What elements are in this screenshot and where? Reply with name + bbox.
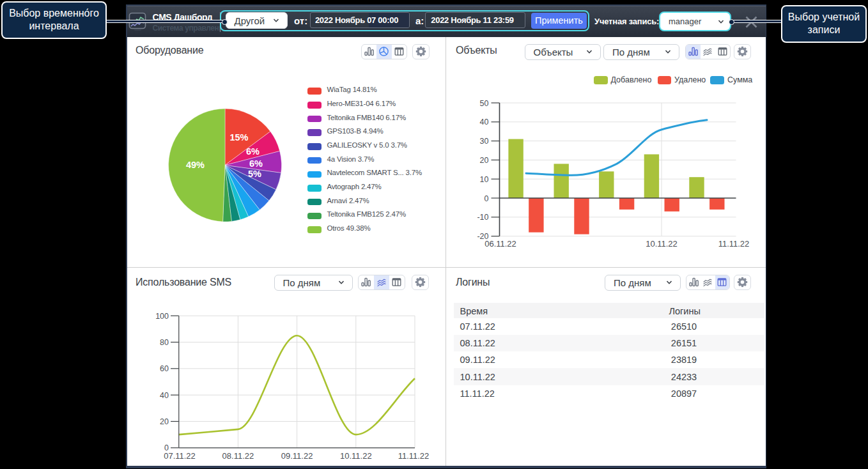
svg-text:10.11.22: 10.11.22 <box>340 451 372 461</box>
svg-text:-10: -10 <box>477 213 488 222</box>
svg-text:20: 20 <box>160 417 169 426</box>
svg-text:11.11.22: 11.11.22 <box>718 239 750 249</box>
svg-text:06.11.22: 06.11.22 <box>484 239 516 249</box>
svg-text:10.11.22: 10.11.22 <box>646 239 678 249</box>
svg-text:100: 100 <box>155 312 169 321</box>
svg-text:50: 50 <box>480 99 489 108</box>
svg-text:11.11.22: 11.11.22 <box>398 451 430 461</box>
svg-text:40: 40 <box>160 391 169 400</box>
svg-text:80: 80 <box>160 338 169 347</box>
svg-text:20: 20 <box>480 156 489 165</box>
svg-text:07.11.22: 07.11.22 <box>164 451 196 461</box>
svg-text:0: 0 <box>484 194 489 203</box>
svg-text:6%: 6% <box>249 158 263 169</box>
svg-text:08.11.22: 08.11.22 <box>222 451 254 461</box>
svg-text:09.11.22: 09.11.22 <box>281 451 313 461</box>
svg-text:15%: 15% <box>229 132 248 142</box>
svg-text:6%: 6% <box>246 146 260 156</box>
svg-text:5%: 5% <box>248 169 261 179</box>
svg-text:10: 10 <box>480 175 489 184</box>
svg-text:60: 60 <box>160 364 169 373</box>
svg-text:40: 40 <box>480 118 489 127</box>
svg-text:30: 30 <box>480 137 489 146</box>
svg-text:49%: 49% <box>185 159 204 169</box>
